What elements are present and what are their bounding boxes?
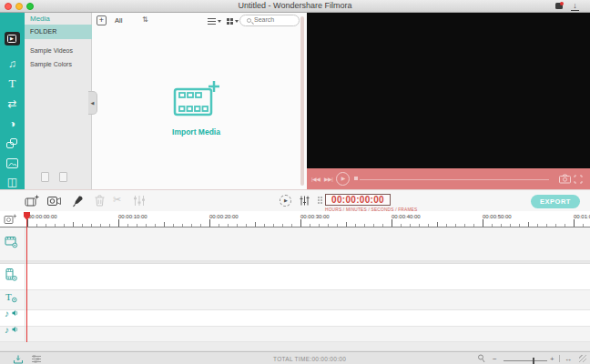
delete-icon[interactable] xyxy=(95,195,105,207)
ruler-label: 00:00:00:00 xyxy=(28,214,57,219)
search-box xyxy=(239,15,300,26)
zoom-in-button[interactable]: + xyxy=(550,355,554,363)
ruler-label: 00:00:20:00 xyxy=(209,214,239,219)
resize-grip[interactable] xyxy=(579,355,586,362)
search-icon xyxy=(247,18,251,23)
add-to-timeline-icon[interactable] xyxy=(25,195,39,207)
grid-view-caret-icon[interactable] xyxy=(235,20,239,23)
title-bar: Untitled - Wondershare Filmora ↓ xyxy=(0,0,590,13)
media-content-panel: + All ⇅ Import Media xyxy=(92,13,307,189)
timeline-ruler[interactable]: 00:00:00:00 00:00:10:00 00:00:20:00 00:0… xyxy=(0,211,590,228)
ruler-label: 00:00:50:00 xyxy=(483,214,512,219)
library-item-folder[interactable]: FOLDER xyxy=(25,25,92,39)
sidebar-item-media[interactable]: ▶ xyxy=(0,30,25,48)
sidebar-item-overlays[interactable] xyxy=(0,135,25,153)
list-view-caret-icon[interactable] xyxy=(218,20,221,23)
library-item-sample-videos[interactable]: Sample Videos xyxy=(30,47,73,54)
svg-text:T: T xyxy=(5,291,12,302)
feedback-icon[interactable] xyxy=(555,3,563,9)
split-screen-icon: ◫ xyxy=(7,176,17,188)
media-filter-dropdown[interactable]: All xyxy=(115,16,122,25)
split-icon[interactable]: ✂ xyxy=(113,194,121,206)
voiceover-mic-icon[interactable] xyxy=(72,195,84,207)
next-frame-icon[interactable]: ▶▶| xyxy=(324,176,332,182)
library-item-sample-colors[interactable]: Sample Colors xyxy=(30,61,72,67)
collapse-icon: ◀ xyxy=(91,100,95,106)
music-track-icon[interactable]: ♪ xyxy=(5,308,19,318)
sidebar-item-audio[interactable]: ♫ xyxy=(0,56,25,74)
ruler-label: 00:00:40:00 xyxy=(392,214,421,219)
zoom-slider-handle[interactable] xyxy=(533,358,534,364)
track-row-video[interactable] xyxy=(0,228,590,261)
main-sidebar: ▶ ♫ T ⇄ ◑ ◫ xyxy=(0,13,25,189)
video-track-icon[interactable] xyxy=(5,236,18,248)
import-media-icon xyxy=(172,80,221,122)
track-layout-icon[interactable] xyxy=(31,355,42,363)
track-row-text[interactable] xyxy=(0,290,590,310)
text-track-icon[interactable]: T xyxy=(5,291,17,303)
fullscreen-icon[interactable] xyxy=(574,175,583,184)
snapshot-camera-icon[interactable] xyxy=(559,174,571,184)
ruler-label: 00:01:0 xyxy=(574,214,590,219)
sidebar-item-text[interactable]: T xyxy=(0,76,25,94)
image-icon xyxy=(6,158,18,168)
ruler-major-ticks xyxy=(27,219,590,227)
import-media-dropzone[interactable] xyxy=(92,80,300,124)
import-media-label[interactable]: Import Media xyxy=(92,127,300,136)
delete-folder-icon[interactable] xyxy=(59,172,67,182)
seek-track[interactable] xyxy=(360,179,549,180)
timeline-mode-icon[interactable] xyxy=(13,355,24,364)
track-row-voice[interactable] xyxy=(0,327,590,342)
music-icon: ♫ xyxy=(8,57,16,70)
track-area-empty xyxy=(0,342,590,351)
export-button[interactable]: EXPORT xyxy=(531,195,580,208)
timecode-display[interactable]: 00:00:00:00 xyxy=(325,194,391,206)
media-library-panel: Media FOLDER Sample Videos Sample Colors xyxy=(25,13,92,189)
sidebar-item-filters[interactable]: ◑ xyxy=(0,116,25,134)
track-manager-icon[interactable] xyxy=(4,214,17,225)
sort-icon[interactable]: ⇅ xyxy=(142,15,148,24)
audio-mixer-icon[interactable] xyxy=(299,195,310,207)
grid-view-icon[interactable] xyxy=(227,18,229,21)
zoom-out-button[interactable]: − xyxy=(493,355,497,363)
list-view-icon[interactable] xyxy=(208,18,216,25)
track-row-pip[interactable] xyxy=(0,264,590,290)
sidebar-item-elements[interactable] xyxy=(0,155,25,173)
svg-text:♪: ♪ xyxy=(5,308,9,318)
overlays-icon xyxy=(6,138,18,149)
window-title: Untitled - Wondershare Filmora xyxy=(0,0,590,13)
ruler-label: 00:00:30:00 xyxy=(300,214,330,219)
library-scrollbar[interactable] xyxy=(300,16,304,186)
adjust-icon[interactable] xyxy=(133,195,146,207)
filters-icon: ◑ xyxy=(9,117,15,130)
panel-title: Media xyxy=(30,15,50,23)
instant-cutter-icon[interactable]: ▶ xyxy=(280,195,291,207)
play-icon: ▶ xyxy=(284,197,288,203)
collapse-panel-handle[interactable]: ◀ xyxy=(88,91,97,115)
zoom-slider-track[interactable] xyxy=(504,360,547,361)
pip-track-icon[interactable] xyxy=(5,268,17,281)
transitions-icon: ⇄ xyxy=(7,97,16,110)
record-screen-icon[interactable] xyxy=(47,196,62,207)
ruler-label: 00:00:10:00 xyxy=(118,214,148,219)
add-folder-icon[interactable] xyxy=(41,172,49,182)
play-icon: ▶ xyxy=(341,176,346,181)
skip-to-start-icon[interactable]: |◀◀ xyxy=(311,176,320,182)
add-media-button[interactable]: + xyxy=(97,15,107,25)
player-controls-bar: |◀◀ ▶▶| ▶ xyxy=(307,168,590,189)
search-input[interactable] xyxy=(254,16,296,23)
playhead-line xyxy=(26,219,27,342)
seek-handle[interactable] xyxy=(354,177,358,180)
fit-timeline-button[interactable]: ↔ xyxy=(565,355,572,363)
track-row-music[interactable] xyxy=(0,310,590,327)
download-icon[interactable]: ↓ xyxy=(571,1,579,11)
play-button[interactable]: ▶ xyxy=(336,172,350,186)
voice-track-icon[interactable]: ♪ xyxy=(5,324,19,335)
total-time-label: TOTAL TIME:00:00:00:00 xyxy=(273,356,346,362)
status-bar: TOTAL TIME:00:00:00:00 − + ↔ xyxy=(0,351,590,364)
divider xyxy=(559,355,560,362)
sidebar-item-transitions[interactable]: ⇄ xyxy=(0,96,25,114)
edit-toolbar: ✂ ▶ 00:00:00:00 HOURS / MINUTES / SECOND… xyxy=(0,189,590,211)
svg-text:♪: ♪ xyxy=(5,325,9,335)
preview-viewport[interactable] xyxy=(307,13,590,168)
